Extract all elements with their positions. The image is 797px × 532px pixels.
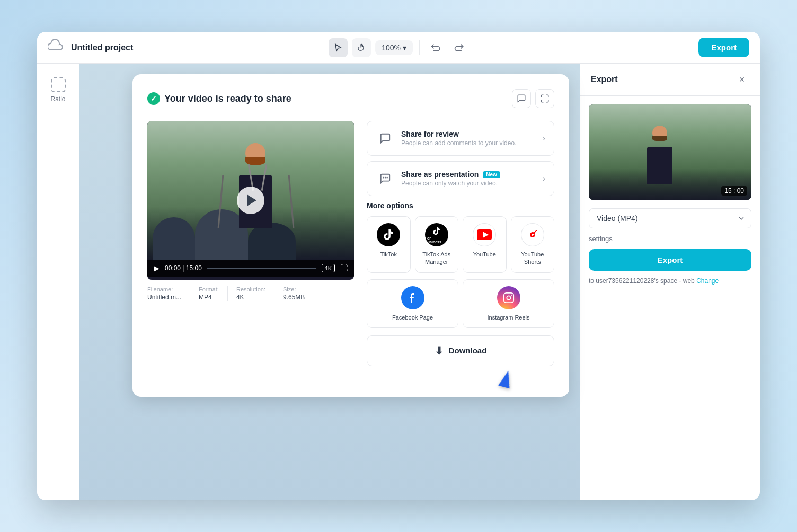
header-right: Export xyxy=(698,38,749,57)
sidebar-item-ratio[interactable]: Ratio xyxy=(40,72,76,108)
share-for-review-text: Share for review People can add comments… xyxy=(401,130,536,147)
check-icon: ✓ xyxy=(147,92,160,105)
share-presentation-desc: People can only watch your video. xyxy=(401,180,536,187)
header: Untitled project 100% ▾ xyxy=(37,32,760,64)
filename-label: Filename: xyxy=(147,286,181,292)
platform-tiktok-ads[interactable]: For Business TikTok Ads Manager xyxy=(415,216,459,273)
play-control-icon[interactable]: ▶ xyxy=(154,264,160,272)
share-for-review-desc: People can add comments to your video. xyxy=(401,139,536,147)
redo-button[interactable] xyxy=(449,38,468,57)
share-as-presentation-card[interactable]: Share as presentation New People can onl… xyxy=(367,161,554,196)
svg-rect-7 xyxy=(503,292,513,302)
facebook-logo xyxy=(401,286,424,309)
download-icon: ⬇ xyxy=(435,344,444,357)
left-sidebar: Ratio xyxy=(37,64,79,500)
more-options-label: More options xyxy=(367,201,554,210)
svg-point-8 xyxy=(507,296,510,299)
zoom-button[interactable]: 100% ▾ xyxy=(375,40,413,55)
platform-youtube-shorts[interactable]: YouTube Shorts xyxy=(511,216,555,273)
format-label: Format: xyxy=(199,286,219,292)
share-for-review-title: Share for review xyxy=(401,130,536,138)
youtube-name: YouTube xyxy=(473,251,496,258)
play-button[interactable] xyxy=(237,187,264,214)
video-meta: Filename: Untitled.m... Format: MP4 Reso… xyxy=(147,280,354,301)
meta-sep-2 xyxy=(227,286,228,301)
export-modal: ✓ Your video is ready to share xyxy=(132,74,569,397)
header-divider xyxy=(419,40,420,55)
size-meta: Size: 9.65MB xyxy=(283,286,305,301)
hand-tool-button[interactable] xyxy=(352,38,371,57)
format-meta: Format: MP4 xyxy=(199,286,219,301)
expand-button[interactable] xyxy=(535,89,554,108)
tiktok-ads-logo: For Business xyxy=(425,223,448,246)
export-settings-link[interactable]: settings xyxy=(589,235,751,243)
modal-header: ✓ Your video is ready to share xyxy=(147,89,554,108)
svg-point-1 xyxy=(385,177,386,179)
modal-actions xyxy=(512,89,554,108)
size-label: Size: xyxy=(283,286,305,292)
export-panel-content: 15 : 00 Video (MP4) GIF Audio (MP3) sett… xyxy=(580,96,760,500)
filename-value: Untitled.m... xyxy=(147,294,181,301)
video-player: ▶ 00:00 | 15:00 4K ⛶ xyxy=(147,121,354,382)
ratio-label: Ratio xyxy=(50,95,65,103)
fullscreen-button[interactable]: ⛶ xyxy=(340,264,348,272)
download-button[interactable]: ⬇ Download xyxy=(367,335,554,366)
panel-video-thumbnail: 15 : 00 xyxy=(589,104,751,200)
platform-grid: TikTok For Business TikTok A xyxy=(367,216,554,273)
zoom-chevron: ▾ xyxy=(403,43,406,52)
meta-sep-1 xyxy=(190,286,190,301)
platform-facebook[interactable]: Facebook Page xyxy=(367,279,458,328)
tiktok-ads-name: TikTok Ads Manager xyxy=(420,251,454,266)
resolution-label: Resolution: xyxy=(236,286,265,292)
export-panel-header: Export × xyxy=(580,64,760,96)
platform-youtube[interactable]: YouTube xyxy=(463,216,507,273)
comment-button[interactable] xyxy=(512,89,531,108)
format-value: MP4 xyxy=(199,294,219,301)
svg-point-2 xyxy=(386,177,388,179)
export-panel: Export × 15 : 00 xyxy=(580,64,760,500)
space-info: to user7356221120228's space - web Chang… xyxy=(589,277,751,285)
header-left: Untitled project xyxy=(48,39,133,56)
progress-bar[interactable] xyxy=(207,268,316,269)
share-as-presentation-text: Share as presentation New People can onl… xyxy=(401,170,536,187)
svg-point-0 xyxy=(383,177,384,179)
zoom-value: 100% xyxy=(382,43,401,52)
platform-instagram[interactable]: Instagram Reels xyxy=(463,279,554,328)
tiktok-name: TikTok xyxy=(380,251,397,258)
platform-grid-2: Facebook Page xyxy=(367,279,554,328)
share-for-review-icon xyxy=(376,129,395,148)
cursor-arrow-icon xyxy=(498,369,514,389)
resolution-meta: Resolution: 4K xyxy=(236,286,265,301)
filename-meta: Filename: Untitled.m... xyxy=(147,286,181,301)
download-label: Download xyxy=(449,346,487,355)
share-for-review-card[interactable]: Share for review People can add comments… xyxy=(367,121,554,156)
cloud-icon xyxy=(48,39,65,56)
export-panel-close-button[interactable]: × xyxy=(734,72,749,87)
time-current: 00:00 | 15:00 xyxy=(165,264,202,272)
ready-text: Your video is ready to share xyxy=(164,93,291,104)
youtube-shorts-name: YouTube Shorts xyxy=(516,251,550,266)
export-format-select[interactable]: Video (MP4) GIF Audio (MP3) xyxy=(589,208,751,228)
play-triangle-icon xyxy=(247,194,256,206)
share-presentation-chevron: › xyxy=(543,174,545,183)
video-frame: ▶ 00:00 | 15:00 4K ⛶ xyxy=(147,121,354,280)
change-space-link[interactable]: Change xyxy=(696,277,719,285)
share-for-review-chevron: › xyxy=(543,134,545,143)
share-presentation-title: Share as presentation New xyxy=(401,170,536,179)
platform-tiktok[interactable]: TikTok xyxy=(367,216,411,273)
video-controls: ▶ 00:00 | 15:00 4K ⛶ xyxy=(147,260,354,277)
export-panel-button[interactable]: Export xyxy=(589,249,751,271)
youtube-shorts-logo xyxy=(521,223,544,246)
facebook-name: Facebook Page xyxy=(392,314,433,321)
share-options: Share for review People can add comments… xyxy=(367,121,554,382)
header-center: 100% ▾ xyxy=(329,38,468,57)
project-title: Untitled project xyxy=(71,43,133,52)
panel-video-timer: 15 : 00 xyxy=(721,186,747,196)
tiktok-logo xyxy=(377,223,400,246)
ratio-icon xyxy=(51,77,66,92)
pointer-tool-button[interactable] xyxy=(329,38,348,57)
export-header-button[interactable]: Export xyxy=(698,38,749,57)
quality-badge: 4K xyxy=(322,264,335,272)
app-window: Untitled project 100% ▾ xyxy=(37,32,760,500)
undo-button[interactable] xyxy=(426,38,445,57)
